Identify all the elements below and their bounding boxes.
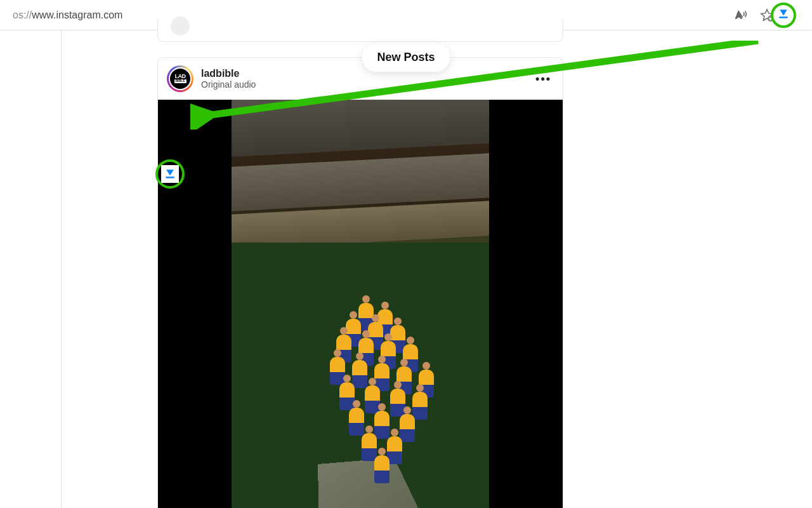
avatar-text-top: LAD <box>175 74 186 79</box>
svg-text:A: A <box>736 11 742 20</box>
previous-post-edge <box>157 19 563 42</box>
new-posts-button[interactable]: New Posts <box>362 43 450 72</box>
post-card: LAD BIBLE ladbible Original audio ••• <box>157 57 563 508</box>
extension-highlight-toolbar <box>771 3 796 28</box>
download-extension-icon[interactable] <box>777 8 790 23</box>
url-host: www.instagram.com <box>32 10 122 20</box>
post-header: LAD BIBLE ladbible Original audio ••• <box>158 58 563 100</box>
download-media-button[interactable] <box>161 165 179 183</box>
post-user-block: ladbible Original audio <box>201 68 256 90</box>
previous-post-avatar <box>169 15 191 37</box>
svg-rect-2 <box>779 17 787 18</box>
avatar-text-bottom: BIBLE <box>174 79 187 83</box>
avatar: LAD BIBLE <box>169 67 192 90</box>
extension-highlight-media <box>155 159 185 189</box>
read-aloud-icon[interactable]: A <box>735 8 749 22</box>
post-username[interactable]: ladbible <box>201 68 256 79</box>
post-audio-label[interactable]: Original audio <box>201 79 256 90</box>
feed: LAD BIBLE ladbible Original audio ••• <box>157 19 563 508</box>
avatar-story-ring[interactable]: LAD BIBLE <box>167 65 193 92</box>
svg-rect-4 <box>166 177 174 178</box>
url-display[interactable]: os://www.instagram.com <box>8 10 122 21</box>
video-frame <box>232 100 489 508</box>
video-content-crowd <box>301 297 447 481</box>
left-rail-divider <box>61 30 62 508</box>
more-options-button[interactable]: ••• <box>535 72 551 86</box>
browser-actions: A <box>735 0 774 30</box>
url-scheme: os:// <box>13 10 32 20</box>
post-media[interactable] <box>158 100 563 508</box>
